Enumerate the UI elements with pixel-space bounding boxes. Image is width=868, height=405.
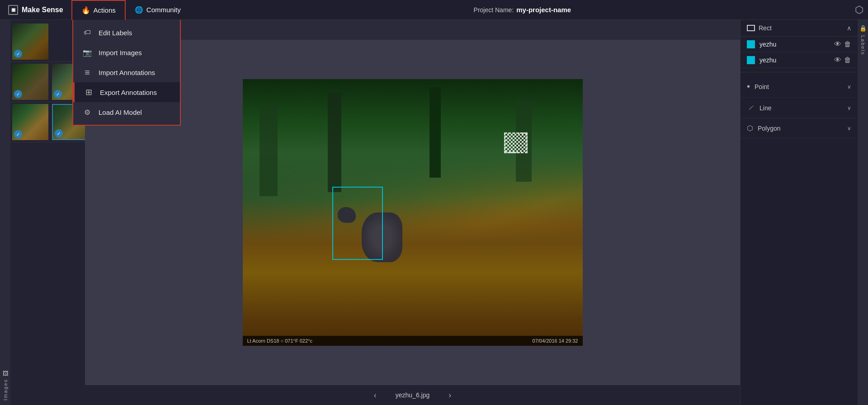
topnav: ▣ Make Sense 🔥 Actions 🌐 Community Proje… [0, 0, 868, 20]
label-delete-2[interactable]: 🗑 [844, 56, 851, 64]
label-visibility-2[interactable]: 👁 [834, 56, 841, 64]
label-actions-2: 👁 🗑 [834, 56, 851, 64]
thumb-check-3: ✓ [54, 90, 62, 98]
line-tool-left: ⟋ Line [747, 103, 771, 113]
rect-icon [747, 25, 755, 31]
logo-label: Make Sense [22, 6, 63, 14]
thumbnail-1[interactable]: ✓ [12, 24, 48, 60]
polygon-chevron: ∨ [847, 125, 851, 132]
panel-separator [741, 72, 858, 72]
rect-tool-header: Rect ∧ [741, 20, 858, 37]
images-label-text: Images [3, 379, 8, 400]
rect-tool-label: Rect [747, 24, 772, 32]
line-chevron: ∨ [847, 105, 851, 111]
main-image: Lt Acorn DS18 ○ 071°F 022°c 07/04/2016 1… [243, 79, 583, 346]
right-panel: Rect ∧ yezhu 👁 🗑 yezhu 👁 🗑 • [740, 20, 858, 405]
actions-label: Actions [94, 6, 116, 14]
label-visibility-1[interactable]: 👁 [834, 40, 841, 48]
edit-labels-label: Edit Labels [99, 29, 132, 37]
label-item-2: yezhu 👁 🗑 [741, 52, 858, 68]
line-label: Line [760, 104, 771, 112]
export-annotations-icon: ⊞ [84, 87, 94, 97]
polygon-icon: ⬡ [747, 124, 753, 132]
project-info: Project Name: my-project-name [190, 6, 855, 14]
labels-sidebar: 🔒 Labels [858, 20, 868, 405]
label-item-1: yezhu 👁 🗑 [741, 37, 858, 52]
labels-sidebar-text: Labels [860, 35, 866, 55]
annotation-box-dashed [504, 132, 528, 153]
load-ai-icon: ⚙ [82, 107, 92, 117]
line-icon: ⟋ [747, 103, 755, 113]
polygon-tool[interactable]: ⬡ Polygon ∨ [741, 118, 858, 138]
canvas-toolbar [85, 20, 740, 40]
load-ai-model-item[interactable]: ⚙ Load AI Model [73, 102, 180, 122]
point-label: Point [755, 83, 769, 90]
point-icon: • [747, 81, 750, 92]
export-annotations-label: Export Annotations [100, 89, 157, 96]
community-icon: 🌐 [135, 6, 143, 14]
polygon-tool-left: ⬡ Polygon [747, 124, 781, 132]
point-chevron: ∨ [847, 84, 851, 90]
polygon-label: Polygon [758, 125, 781, 132]
line-tool[interactable]: ⟋ Line ∨ [741, 98, 858, 118]
github-link[interactable]: ⬡ [855, 4, 863, 16]
image-footer-left: Lt Acorn DS18 ○ 071°F 022°c [247, 338, 312, 344]
actions-menu-button[interactable]: 🔥 Actions [71, 0, 126, 20]
current-image-name: yezhu_6.jpg [396, 391, 430, 399]
import-images-item[interactable]: 📷 Import Images [73, 42, 180, 62]
load-ai-label: Load AI Model [99, 108, 142, 116]
thumbnail-2[interactable]: ✓ [12, 64, 48, 100]
export-annotations-item[interactable]: ⊞ Export Annotations [73, 82, 180, 102]
labels-sidebar-icon: 🔒 [859, 24, 866, 33]
import-images-icon: 📷 [82, 47, 92, 57]
bottom-nav: ‹ yezhu_6.jpg › [85, 385, 740, 405]
label-actions-1: 👁 🗑 [834, 40, 851, 48]
import-images-label: Import Images [99, 49, 142, 57]
thumb-check-2: ✓ [14, 90, 22, 98]
edit-labels-icon: 🏷 [82, 28, 92, 38]
actions-flame-icon: 🔥 [81, 6, 90, 14]
import-annotations-label: Import Annotations [99, 69, 155, 76]
project-name: my-project-name [516, 6, 571, 14]
import-annotations-item[interactable]: ≡ Import Annotations [73, 62, 180, 82]
image-canvas[interactable]: Lt Acorn DS18 ○ 071°F 022°c 07/04/2016 1… [85, 40, 740, 385]
next-image-button[interactable]: › [443, 388, 457, 403]
edit-labels-item[interactable]: 🏷 Edit Labels [73, 23, 180, 42]
community-label: Community [146, 6, 181, 14]
thumb-check-5: ✓ [55, 129, 63, 137]
label-color-2 [747, 56, 755, 64]
rect-label-text: Rect [759, 24, 772, 32]
app-logo: ▣ Make Sense [0, 5, 71, 15]
image-background: Lt Acorn DS18 ○ 071°F 022°c 07/04/2016 1… [243, 79, 583, 346]
label-name-1: yezhu [760, 41, 830, 48]
image-footer: Lt Acorn DS18 ○ 071°F 022°c 07/04/2016 1… [243, 336, 583, 346]
prev-image-button[interactable]: ‹ [368, 388, 382, 403]
point-tool-left: • Point [747, 81, 769, 92]
images-sidebar-icon: 🖼 [2, 369, 9, 376]
annotation-box-cyan [332, 187, 383, 260]
thumbnail-4[interactable]: ✓ [12, 104, 48, 140]
rect-chevron-icon: ∧ [847, 24, 851, 32]
thumb-check-4: ✓ [14, 130, 22, 138]
point-tool[interactable]: • Point ∨ [741, 76, 858, 98]
label-name-2: yezhu [760, 57, 830, 64]
image-footer-right: 07/04/2016 14 29:32 [533, 338, 578, 344]
logo-icon: ▣ [8, 5, 18, 15]
thumb-check-1: ✓ [14, 50, 22, 58]
community-menu-button[interactable]: 🌐 Community [126, 0, 190, 20]
label-color-1 [747, 40, 755, 48]
canvas-area: Lt Acorn DS18 ○ 071°F 022°c 07/04/2016 1… [85, 20, 740, 405]
import-annotations-icon: ≡ [82, 67, 92, 77]
images-sidebar-label: Images 🖼 [0, 20, 10, 405]
actions-dropdown: 🏷 Edit Labels 📷 Import Images ≡ Import A… [72, 20, 181, 126]
project-label: Project Name: [474, 6, 514, 14]
label-delete-1[interactable]: 🗑 [844, 40, 851, 48]
